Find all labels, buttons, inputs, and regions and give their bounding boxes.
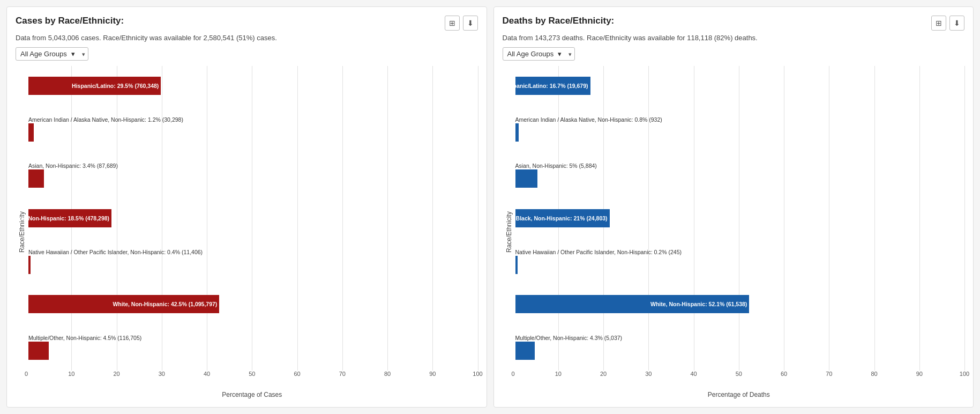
deaths-dropdown-label: All Age Groups bbox=[507, 50, 554, 58]
bar-row: Black, Non-Hispanic: 21% (24,803) bbox=[515, 209, 965, 227]
x-axis-tick: 60 bbox=[294, 371, 300, 377]
x-axis-tick: 100 bbox=[960, 371, 969, 377]
x-axis-tick: 40 bbox=[204, 371, 210, 377]
bar-rect: Black, Non-Hispanic: 21% (24,803) bbox=[515, 209, 610, 227]
bar-wrap: Black, Non-Hispanic: 21% (24,803) bbox=[515, 209, 965, 227]
x-axis-tick: 70 bbox=[339, 371, 346, 377]
deaths-dropdown[interactable]: All Age Groups▾ bbox=[503, 47, 575, 61]
bar-rect bbox=[28, 342, 49, 360]
bar-wrap bbox=[28, 169, 478, 188]
cases-dropdown-row: All Age Groups▾ bbox=[16, 47, 478, 61]
bar-text-inside: White, Non-Hispanic: 42.5% (1,095,797) bbox=[113, 301, 217, 307]
deaths-dropdown-wrapper[interactable]: All Age Groups▾ bbox=[503, 47, 575, 61]
cases-y-axis-label: Race/Ethnicity bbox=[16, 66, 26, 398]
bar-rect bbox=[515, 256, 518, 274]
x-axis-tick: 40 bbox=[690, 371, 697, 377]
cases-x-axis-title: Percentage of Cases bbox=[26, 391, 478, 398]
x-axis-tick: 10 bbox=[555, 371, 562, 377]
cases-dropdown-wrapper[interactable]: All Age Groups▾ bbox=[16, 47, 88, 61]
bar-wrap bbox=[515, 169, 965, 188]
deaths-panel-icons: ⊞ ⬇ bbox=[931, 16, 964, 31]
bar-row: Black, Non-Hispanic: 18.5% (478,298) bbox=[28, 209, 478, 227]
deaths-bars-grid: Hispanic/Latino: 16.7% (19,679)American … bbox=[513, 66, 965, 371]
bar-text-inside: Hispanic/Latino: 29.5% (760,348) bbox=[72, 83, 159, 89]
cases-panel-title: Cases by Race/Ethnicity: bbox=[16, 16, 124, 26]
x-axis-tick: 90 bbox=[916, 371, 923, 377]
bar-rect: Hispanic/Latino: 29.5% (760,348) bbox=[28, 77, 161, 95]
x-axis-tick: 10 bbox=[68, 371, 74, 377]
cases-x-axis: 0102030405060708090100 bbox=[26, 371, 478, 390]
bar-wrap: Black, Non-Hispanic: 18.5% (478,298) bbox=[28, 209, 478, 227]
bar-rect bbox=[515, 123, 519, 142]
bar-rect bbox=[515, 342, 535, 360]
bar-row: Hispanic/Latino: 16.7% (19,679) bbox=[515, 77, 965, 95]
bar-wrap: White, Non-Hispanic: 52.1% (61,538) bbox=[515, 295, 965, 313]
deaths-download-icon-btn[interactable]: ⬇ bbox=[949, 16, 964, 31]
bar-wrap: White, Non-Hispanic: 42.5% (1,095,797) bbox=[28, 295, 478, 313]
x-axis-tick: 30 bbox=[159, 371, 165, 377]
grid-line bbox=[478, 66, 478, 371]
bar-row: Native Hawaiian / Other Pacific Islander… bbox=[515, 249, 965, 274]
bar-label: American Indian / Alaska Native, Non-His… bbox=[515, 116, 965, 123]
bar-wrap bbox=[515, 123, 965, 142]
cases-chart-inner: Hispanic/Latino: 29.5% (760,348)American… bbox=[26, 66, 478, 398]
cases-table-icon-btn[interactable]: ⊞ bbox=[445, 16, 460, 31]
cases-subtitle: Data from 5,043,006 cases. Race/Ethnicit… bbox=[16, 34, 478, 42]
bar-row: Native Hawaiian / Other Pacific Islander… bbox=[28, 249, 478, 274]
bar-wrap bbox=[28, 123, 478, 142]
bar-wrap bbox=[28, 342, 478, 360]
bar-rect bbox=[28, 123, 34, 142]
bar-wrap: Hispanic/Latino: 16.7% (19,679) bbox=[515, 77, 965, 95]
bar-row: Hispanic/Latino: 29.5% (760,348) bbox=[28, 77, 478, 95]
bar-text-inside: White, Non-Hispanic: 52.1% (61,538) bbox=[650, 301, 747, 307]
x-axis-tick: 50 bbox=[249, 371, 255, 377]
bar-rect bbox=[515, 169, 538, 188]
cases-bars-grid: Hispanic/Latino: 29.5% (760,348)American… bbox=[26, 66, 478, 371]
bar-row: White, Non-Hispanic: 42.5% (1,095,797) bbox=[28, 295, 478, 313]
deaths-chart-inner: Hispanic/Latino: 16.7% (19,679)American … bbox=[513, 66, 965, 398]
bar-label: Multiple/Other, Non-Hispanic: 4.3% (5,03… bbox=[515, 335, 965, 341]
bar-wrap: Hispanic/Latino: 29.5% (760,348) bbox=[28, 77, 478, 95]
x-axis-tick: 0 bbox=[25, 371, 28, 377]
x-axis-tick: 20 bbox=[600, 371, 607, 377]
bar-wrap bbox=[515, 256, 965, 274]
bar-rect: White, Non-Hispanic: 52.1% (61,538) bbox=[515, 295, 750, 313]
x-axis-tick: 80 bbox=[871, 371, 877, 377]
bar-label: Native Hawaiian / Other Pacific Islander… bbox=[515, 249, 965, 255]
bar-label: Asian, Non-Hispanic: 3.4% (87,689) bbox=[28, 162, 478, 169]
bar-wrap bbox=[28, 256, 478, 274]
bar-rect bbox=[28, 256, 31, 274]
cases-panel-icons: ⊞ ⬇ bbox=[445, 16, 478, 31]
deaths-panel-title: Deaths by Race/Ethnicity: bbox=[503, 16, 615, 26]
bar-row: White, Non-Hispanic: 52.1% (61,538) bbox=[515, 295, 965, 313]
deaths-panel-header: Deaths by Race/Ethnicity: ⊞ ⬇ bbox=[503, 16, 965, 31]
bar-label: American Indian / Alaska Native, Non-His… bbox=[28, 116, 478, 123]
x-axis-tick: 20 bbox=[113, 371, 119, 377]
x-axis-tick: 60 bbox=[781, 371, 787, 377]
bar-rect: Black, Non-Hispanic: 18.5% (478,298) bbox=[28, 209, 111, 227]
bar-label: Multiple/Other, Non-Hispanic: 4.5% (116,… bbox=[28, 335, 478, 341]
bar-label: Asian, Non-Hispanic: 5% (5,884) bbox=[515, 162, 965, 169]
bar-row: Asian, Non-Hispanic: 5% (5,884) bbox=[515, 162, 965, 188]
cases-panel-header: Cases by Race/Ethnicity: ⊞ ⬇ bbox=[16, 16, 478, 31]
cases-dropdown[interactable]: All Age Groups▾ bbox=[16, 47, 88, 61]
deaths-x-axis: 0102030405060708090100 bbox=[513, 371, 965, 390]
bar-row: Multiple/Other, Non-Hispanic: 4.5% (116,… bbox=[28, 335, 478, 360]
deaths-y-axis-label: Race/Ethnicity bbox=[503, 66, 513, 398]
bar-row: Multiple/Other, Non-Hispanic: 4.3% (5,03… bbox=[515, 335, 965, 360]
bar-label: Native Hawaiian / Other Pacific Islander… bbox=[28, 249, 478, 255]
bar-row: American Indian / Alaska Native, Non-His… bbox=[515, 116, 965, 142]
deaths-x-axis-title: Percentage of Deaths bbox=[513, 391, 965, 398]
grid-line bbox=[964, 66, 965, 371]
deaths-dropdown-row: All Age Groups▾ bbox=[503, 47, 965, 61]
cases-chart-area: Race/Ethnicity Hispanic/Latino: 29.5% (7… bbox=[16, 66, 478, 398]
x-axis-tick: 50 bbox=[736, 371, 742, 377]
bar-rect bbox=[28, 169, 44, 188]
deaths-table-icon-btn[interactable]: ⊞ bbox=[931, 16, 946, 31]
deaths-chart-area: Race/Ethnicity Hispanic/Latino: 16.7% (1… bbox=[503, 66, 965, 398]
bar-row: American Indian / Alaska Native, Non-His… bbox=[28, 116, 478, 142]
x-axis-tick: 80 bbox=[384, 371, 391, 377]
cases-download-icon-btn[interactable]: ⬇ bbox=[463, 16, 478, 31]
x-axis-tick: 90 bbox=[429, 371, 436, 377]
bar-wrap bbox=[515, 342, 965, 360]
